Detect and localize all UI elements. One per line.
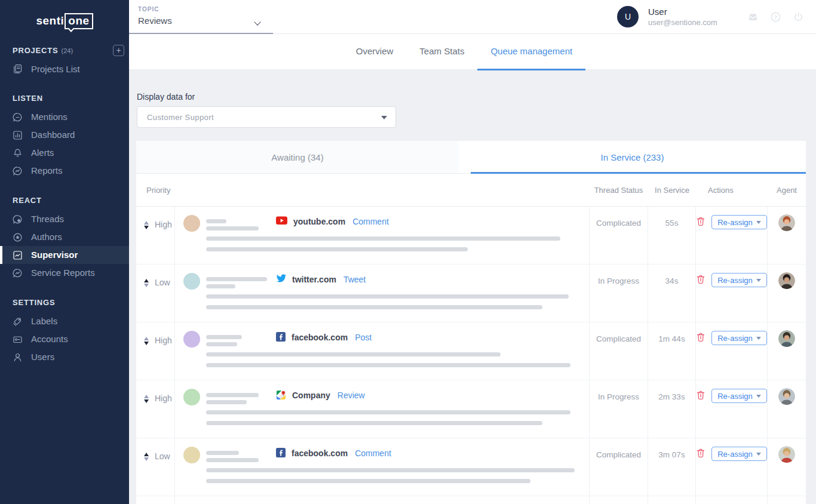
priority-label: Low [155, 451, 170, 461]
sidebar-item-reports[interactable]: Reports [0, 162, 129, 180]
priority-stepper[interactable] [144, 279, 149, 287]
help-icon[interactable]: ? [770, 11, 781, 23]
table-row: Highyoutube.comCommentComplicated55sRe-a… [136, 207, 806, 265]
reassign-button[interactable]: Re-assign [711, 331, 767, 345]
agent-cell [768, 207, 806, 264]
avatar: U [617, 6, 639, 27]
source-type-link[interactable]: Review [338, 391, 365, 400]
sidebar-item-label: Projects List [31, 64, 80, 74]
sidebar-item-alerts[interactable]: Alerts [0, 144, 129, 162]
reassign-button[interactable]: Re-assign [711, 215, 767, 229]
reassign-label: Re-assign [717, 334, 753, 343]
priority-down-icon[interactable] [144, 457, 149, 461]
priority-stepper[interactable] [144, 221, 149, 229]
priority-down-icon[interactable] [144, 342, 149, 345]
twitter-icon [276, 274, 286, 284]
power-icon[interactable] [793, 11, 804, 23]
team-select[interactable]: Customer Support [137, 106, 396, 128]
actions-cell: Re-assign [696, 265, 768, 322]
actions-cell: Re-assign [696, 380, 768, 438]
caret-down-icon [756, 395, 761, 398]
table-row: Lowtwitter.comTweetIn Progress34sRe-assi… [136, 265, 806, 322]
priority-down-icon[interactable] [144, 399, 149, 403]
user-menu[interactable]: U User user@sentione.com [617, 6, 717, 27]
sidebar-item-service-reports[interactable]: Service Reports [0, 264, 129, 282]
priority-up-icon[interactable] [144, 395, 149, 398]
priority-down-icon[interactable] [144, 226, 149, 229]
thread-source: youtube.comComment [276, 216, 389, 227]
trash-icon[interactable] [696, 274, 705, 285]
source-site: Company [292, 391, 330, 400]
table-header: Priority Thread Status In Service Action… [136, 174, 806, 207]
labels-icon [13, 316, 23, 327]
in-service-cell: 1m 44s [648, 322, 696, 380]
tab-team-stats[interactable]: Team Stats [406, 34, 477, 70]
tab-in-service[interactable]: In Service (233) [459, 141, 806, 173]
gmaps-icon [276, 390, 286, 400]
agent-cell [768, 496, 806, 504]
inbox-icon[interactable] [747, 11, 759, 23]
caret-down-icon [756, 453, 761, 456]
trash-icon[interactable] [696, 390, 705, 401]
sidebar-item-label: Alerts [31, 144, 54, 162]
sidebar-item-label: Service Reports [31, 264, 95, 282]
priority-up-icon[interactable] [144, 337, 149, 340]
thread-status-cell: Complicated [589, 438, 648, 496]
priority-stepper[interactable] [144, 337, 149, 345]
alerts-icon [13, 148, 23, 158]
skeleton-bar [206, 247, 468, 251]
priority-up-icon[interactable] [144, 221, 149, 225]
sidebar-item-mentions[interactable]: Mentions [0, 108, 129, 126]
skeleton-bar [206, 236, 560, 241]
skeleton-bar [206, 342, 237, 346]
priority-stepper[interactable] [144, 395, 149, 403]
thread-source: CompanyReview [276, 389, 365, 401]
tab-queue-management[interactable]: Queue management [477, 34, 585, 70]
trash-icon[interactable] [696, 216, 705, 227]
section-header-settings: SETTINGS [13, 298, 129, 307]
tab-overview[interactable]: Overview [343, 34, 407, 70]
reassign-button[interactable]: Re-assign [711, 447, 767, 461]
sidebar-item-accounts[interactable]: Accounts [0, 330, 129, 348]
tab-awaiting[interactable]: Awaiting (34) [136, 141, 459, 173]
agent-cell [768, 438, 806, 496]
in-service-cell: 55s [648, 207, 696, 264]
in-service-cell [648, 496, 696, 504]
skeleton-bar [206, 393, 259, 397]
priority-up-icon[interactable] [144, 453, 149, 456]
source-type-link[interactable]: Tweet [343, 275, 366, 284]
accounts-icon [13, 334, 23, 345]
priority-up-icon[interactable] [144, 279, 149, 282]
skeleton-bar [206, 284, 235, 288]
skeleton-bar [206, 468, 575, 472]
sidebar-item-dashboard[interactable]: Dashboard [0, 126, 129, 144]
caret-down-icon [381, 116, 387, 119]
main-tabs: Overview Team Stats Queue management [129, 34, 816, 70]
caret-down-icon [756, 221, 761, 224]
projects-list-icon [13, 64, 23, 74]
thread-source: facebook.comPost [276, 331, 372, 343]
priority-label: High [155, 220, 172, 229]
sidebar-item-labels[interactable]: Labels [0, 312, 129, 330]
reassign-button[interactable]: Re-assign [711, 273, 767, 287]
priority-stepper[interactable] [144, 453, 149, 461]
sidebar-item-projects-list[interactable]: Projects List [0, 60, 129, 78]
member-avatar [183, 215, 200, 232]
sidebar-item-authors[interactable]: Authors [0, 228, 129, 246]
reassign-button[interactable]: Re-assign [711, 389, 767, 403]
member-avatar [183, 273, 200, 290]
thread-cell: youtube.comComment [175, 207, 589, 264]
sidebar-item-supervisor[interactable]: Supervisor [0, 246, 129, 264]
table-row: HighCompanyReviewIn Progress2m 33sRe-ass… [136, 380, 806, 438]
agent-cell [768, 322, 806, 380]
trash-icon[interactable] [696, 448, 705, 459]
source-type-link[interactable]: Comment [355, 448, 391, 458]
sidebar-item-threads[interactable]: Threads [0, 210, 129, 228]
trash-icon[interactable] [696, 332, 705, 343]
plus-icon[interactable]: + [113, 45, 124, 56]
source-type-link[interactable]: Comment [352, 217, 389, 226]
priority-down-icon[interactable] [144, 284, 149, 287]
source-type-link[interactable]: Post [355, 333, 372, 342]
topic-select[interactable]: TOPIC Reviews [129, 0, 273, 34]
sidebar-item-users[interactable]: Users [0, 348, 129, 366]
